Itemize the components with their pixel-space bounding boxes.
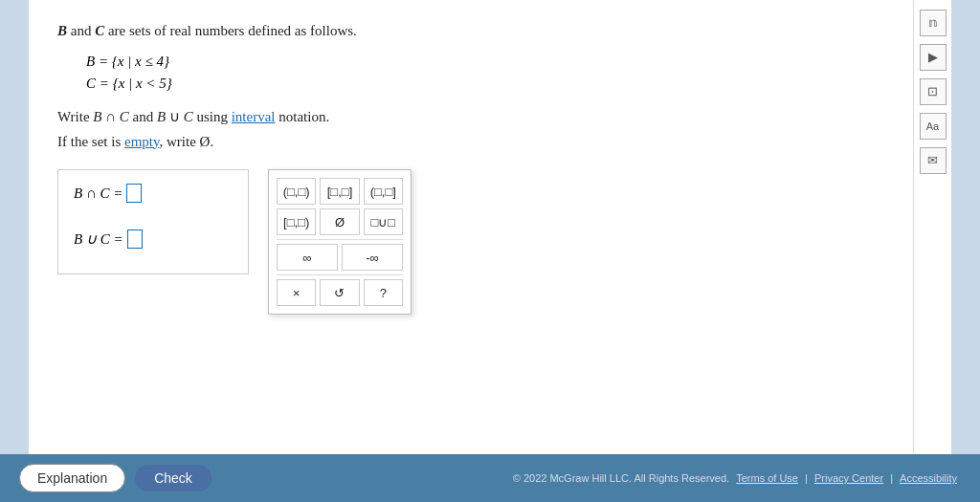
accessibility-link[interactable]: Accessibility [900, 472, 957, 484]
symbol-row-2: [□,□) Ø □∪□ [277, 208, 403, 235]
symbol-clear[interactable]: × [277, 279, 316, 306]
symbol-divider-2 [277, 274, 403, 275]
mail-icon: ✉ [927, 153, 938, 168]
set-b-definition: B = {x | x ≤ 4} [86, 54, 884, 70]
symbol-open-closed[interactable]: (□,□] [364, 178, 403, 205]
intersection-row: B ∩ C = [74, 184, 233, 203]
symbol-row-3: ∞ -∞ [277, 244, 403, 271]
sidebar-icon-notes[interactable]: 𝕟 [920, 10, 947, 36]
symbol-union[interactable]: □∪□ [364, 208, 403, 235]
symbol-divider [277, 239, 403, 240]
play-icon: ▶ [928, 50, 938, 65]
intro-content: B and C are sets of real numbers defined… [57, 23, 357, 38]
calculator-icon: ⊡ [927, 84, 938, 99]
symbol-open-open[interactable]: (□,□) [277, 178, 316, 205]
symbol-panel: (□,□) [□,□] (□,□] [□,□) Ø □∪□ ∞ -∞ × ↺ [268, 169, 412, 315]
right-sidebar: 𝕟 ▶ ⊡ Aa ✉ [913, 0, 951, 454]
terms-link[interactable]: Terms of Use [736, 472, 798, 484]
intersection-input[interactable] [126, 184, 142, 203]
set-c-definition: C = {x | x < 5} [86, 76, 884, 92]
symbol-infinity[interactable]: ∞ [277, 244, 338, 271]
instruction-line1: Write B ∩ C and B ∪ C using interval not… [57, 109, 329, 124]
instructions: Write B ∩ C and B ∪ C using interval not… [57, 105, 884, 154]
intersection-label: B ∩ C = [74, 186, 122, 202]
notes-icon: 𝕟 [928, 15, 938, 31]
footer-left: Explanation Check [19, 464, 212, 492]
intro-text: B and C are sets of real numbers defined… [57, 19, 884, 42]
union-label: B ∪ C = [74, 230, 123, 248]
sidebar-icon-calculator[interactable]: ⊡ [920, 78, 947, 105]
sidebar-icon-text[interactable]: Aa [920, 113, 947, 140]
sidebar-icon-play[interactable]: ▶ [920, 44, 947, 71]
symbol-help[interactable]: ? [364, 279, 403, 306]
check-button[interactable]: Check [135, 465, 212, 491]
symbol-closed-closed[interactable]: [□,□] [320, 178, 359, 205]
symbol-neg-infinity[interactable]: -∞ [342, 244, 403, 271]
symbol-row-1: (□,□) [□,□] (□,□] [277, 178, 403, 205]
answer-input-box: B ∩ C = B ∪ C = [57, 169, 249, 274]
interval-link[interactable]: interval [232, 109, 276, 124]
privacy-link[interactable]: Privacy Center [814, 472, 883, 484]
empty-link[interactable]: empty [124, 134, 160, 149]
explanation-button[interactable]: Explanation [19, 464, 125, 492]
symbol-closed-open[interactable]: [□,□) [277, 208, 316, 235]
text-icon: Aa [926, 120, 939, 132]
symbol-row-4: × ↺ ? [277, 279, 403, 306]
union-row: B ∪ C = [74, 229, 233, 249]
copyright-text: © 2022 McGraw Hill LLC. All Rights Reser… [513, 472, 729, 484]
symbol-undo[interactable]: ↺ [320, 279, 359, 306]
sidebar-icon-mail[interactable]: ✉ [920, 147, 947, 174]
footer-bar: Explanation Check © 2022 McGraw Hill LLC… [0, 454, 980, 502]
footer-right: © 2022 McGraw Hill LLC. All Rights Reser… [513, 472, 961, 484]
symbol-empty-set[interactable]: Ø [320, 208, 359, 235]
answer-panel: B ∩ C = B ∪ C = (□,□) [□,□] (□,□] [□,□) … [57, 169, 884, 315]
instruction-line2: If the set is empty, write Ø. [57, 134, 213, 149]
union-input[interactable] [127, 229, 143, 249]
